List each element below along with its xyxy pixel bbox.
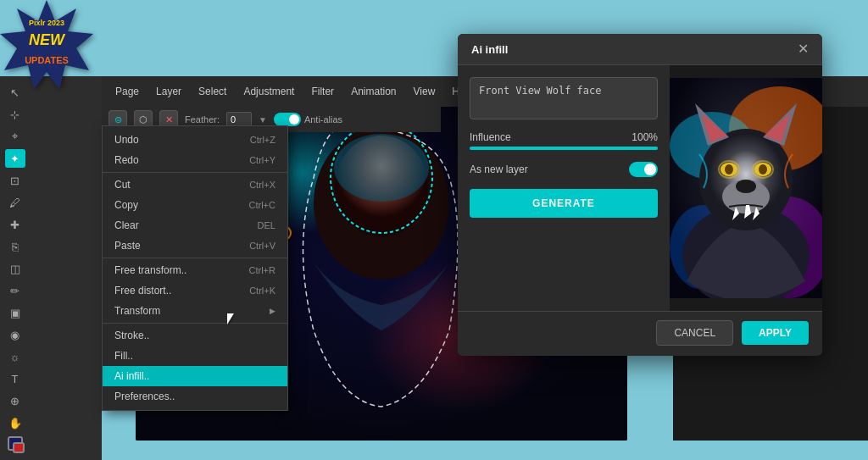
menu-clear-label: Clear (114, 219, 139, 231)
menu-copy-label: Copy (114, 199, 138, 211)
menu-copy-shortcut: Ctrl+C (249, 200, 275, 210)
menu-clear-shortcut: DEL (258, 220, 275, 230)
menu-cut-label: Cut (114, 179, 131, 191)
wolf-preview-image (670, 65, 822, 311)
menu-copy[interactable]: Copy Ctrl+C (103, 195, 287, 215)
tool-brush[interactable]: ✏ (5, 282, 25, 301)
prompt-input[interactable] (470, 77, 658, 119)
svg-point-24 (759, 164, 767, 175)
menu-preferences-label: Preferences.. (114, 391, 175, 402)
menu-free-distort[interactable]: Free distort.. Ctrl+K (103, 280, 287, 301)
separator-1 (103, 172, 287, 173)
menu-free-distort-shortcut: Ctrl+K (249, 285, 275, 296)
influence-value: 100% (632, 131, 658, 143)
anti-alias-label: Anti-alias (304, 114, 342, 125)
modal-title: Ai infill (471, 43, 508, 56)
tool-hand[interactable]: ✋ (5, 414, 25, 433)
modal-body: Influence 100% As new layer GENERATE (458, 65, 822, 311)
anti-alias-track[interactable] (274, 113, 301, 126)
separator-3 (103, 323, 287, 324)
tool-gradient[interactable]: ▣ (5, 304, 25, 323)
menu-stroke[interactable]: Stroke.. (103, 325, 287, 346)
svg-text:NEW: NEW (29, 31, 66, 48)
menu-layer[interactable]: Layer (149, 82, 188, 101)
feather-arrow: ▼ (259, 115, 267, 125)
menu-fill[interactable]: Fill.. (103, 346, 287, 366)
tool-magic-wand[interactable]: ✦ (5, 149, 25, 168)
modal-header: Ai infill ✕ (458, 34, 822, 65)
tool-crop[interactable]: ⊡ (5, 171, 25, 190)
tool-clone[interactable]: ⎘ (5, 237, 25, 256)
tool-eyedropper[interactable]: 🖊 (5, 193, 25, 212)
menu-preferences[interactable]: Preferences.. (103, 386, 287, 407)
layer-toggle-thumb (644, 163, 656, 175)
promo-badge: Pixlr 2023 NEW UPDATES (0, 0, 97, 97)
menu-undo-shortcut: Ctrl+Z (250, 135, 275, 145)
influence-bar[interactable] (470, 147, 658, 150)
ai-infill-modal: Ai infill ✕ Influence 100% As new layer (458, 34, 822, 356)
modal-right-panel (670, 65, 822, 311)
layer-toggle[interactable] (629, 162, 658, 177)
tool-text[interactable]: T (5, 370, 25, 389)
menu-cut-shortcut: Ctrl+X (249, 180, 275, 190)
anti-alias-toggle[interactable]: Anti-alias (274, 113, 342, 126)
influence-section: Influence 100% (470, 131, 658, 150)
menu-animation[interactable]: Animation (344, 82, 403, 101)
menu-transform[interactable]: Transform (103, 301, 287, 321)
tool-blur[interactable]: ◉ (5, 326, 25, 345)
menu-ai-infill-label: Ai infill.. (114, 370, 149, 382)
tool-select[interactable]: ⊹ (5, 105, 25, 124)
modal-footer: CANCEL APPLY (458, 311, 822, 354)
svg-text:Pixlr 2023: Pixlr 2023 (29, 19, 64, 27)
menu-paste-label: Paste (114, 240, 141, 252)
modal-left-panel: Influence 100% As new layer GENERATE (458, 65, 670, 311)
menu-clear[interactable]: Clear DEL (103, 215, 287, 236)
influence-fill (470, 147, 658, 150)
menu-redo-shortcut: Ctrl+Y (249, 155, 275, 165)
menu-transform-label: Transform (114, 305, 160, 317)
menu-paste-shortcut: Ctrl+V (249, 241, 275, 251)
influence-row: Influence 100% (470, 131, 658, 143)
tool-eraser[interactable]: ◫ (5, 260, 25, 279)
menu-filter[interactable]: Filter (304, 82, 341, 101)
menu-redo[interactable]: Redo Ctrl+Y (103, 150, 287, 170)
apply-button[interactable]: APPLY (742, 321, 809, 345)
tool-zoom[interactable]: ⊕ (5, 392, 25, 411)
menu-undo[interactable]: Undo Ctrl+Z (103, 130, 287, 150)
modal-close-button[interactable]: ✕ (798, 42, 809, 56)
menu-free-transform[interactable]: Free transform.. Ctrl+R (103, 260, 287, 280)
menu-stroke-label: Stroke.. (114, 330, 149, 341)
menu-select[interactable]: Select (192, 82, 233, 101)
menu-ai-infill[interactable]: Ai infill.. (103, 366, 287, 386)
context-menu: Undo Ctrl+Z Redo Ctrl+Y Cut Ctrl+X Copy … (102, 125, 288, 411)
svg-point-6 (334, 134, 429, 202)
anti-alias-thumb (289, 114, 299, 125)
separator-2 (103, 258, 287, 258)
menu-free-transform-shortcut: Ctrl+R (249, 265, 275, 275)
menu-redo-label: Redo (114, 154, 139, 166)
layer-row: As new layer (470, 162, 658, 177)
feather-label: Feather: (185, 114, 220, 125)
tool-color-bg[interactable] (13, 442, 25, 453)
menu-page[interactable]: Page (108, 82, 146, 101)
influence-label: Influence (470, 131, 511, 143)
svg-point-23 (725, 164, 733, 175)
menu-view[interactable]: View (407, 82, 442, 101)
left-toolbar: ↖ ⊹ ⌖ ✦ ⊡ 🖊 ✚ ⎘ ◫ ✏ ▣ ◉ ☼ T ⊕ ✋ (0, 76, 102, 460)
menu-adjustment[interactable]: Adjustment (236, 82, 301, 101)
tool-heal[interactable]: ✚ (5, 215, 25, 234)
menu-paste[interactable]: Paste Ctrl+V (103, 236, 287, 256)
layer-label: As new layer (470, 163, 528, 175)
menu-undo-label: Undo (114, 134, 139, 146)
menu-cut[interactable]: Cut Ctrl+X (103, 175, 287, 195)
menu-free-transform-label: Free transform.. (114, 264, 186, 276)
tool-icons-panel: ↖ ⊹ ⌖ ✦ ⊡ 🖊 ✚ ⎘ ◫ ✏ ▣ ◉ ☼ T ⊕ ✋ (0, 76, 30, 460)
cancel-button[interactable]: CANCEL (656, 320, 733, 346)
menu-free-distort-label: Free distort.. (114, 285, 171, 297)
svg-text:UPDATES: UPDATES (25, 55, 69, 65)
tool-lasso[interactable]: ⌖ (5, 127, 25, 146)
tool-dodge[interactable]: ☼ (5, 348, 25, 367)
generate-button[interactable]: GENERATE (470, 189, 658, 218)
menu-fill-label: Fill.. (114, 350, 133, 362)
svg-point-20 (736, 180, 756, 193)
